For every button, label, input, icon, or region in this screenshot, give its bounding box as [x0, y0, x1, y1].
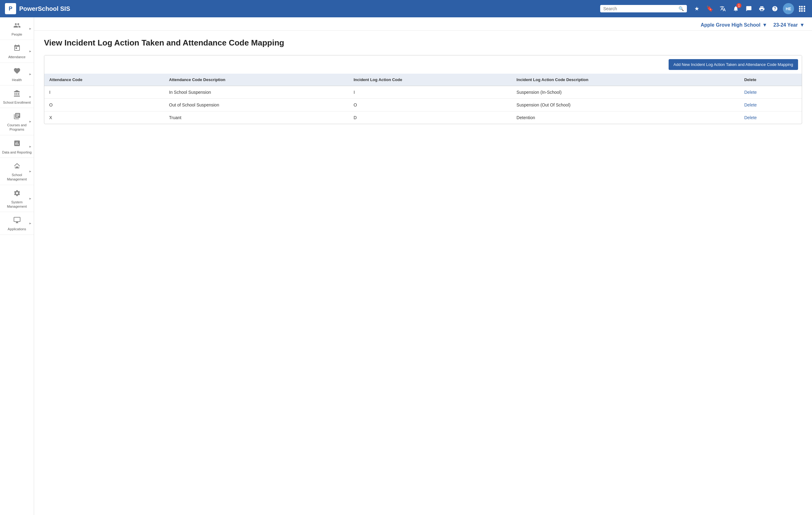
svg-point-0 — [17, 168, 17, 169]
attendance-icon — [13, 44, 21, 53]
navbar-icons: ★ 🔖 1 HE — [692, 3, 807, 14]
page-body: View Incident Log Action Taken and Atten… — [34, 31, 812, 131]
sidebar-item-school-mgmt-label: School Management — [2, 173, 32, 182]
sidebar-item-people[interactable]: People ► — [0, 17, 34, 40]
search-icon: 🔍 — [678, 6, 684, 11]
sidebar-item-data-reporting[interactable]: Data and Reporting ► — [0, 135, 34, 158]
col-header-delete: Delete — [739, 74, 802, 86]
delete-link-0[interactable]: Delete — [744, 90, 757, 95]
alert-badge: 1 — [736, 3, 742, 8]
attendance-chevron: ► — [29, 50, 32, 53]
col-header-incident-code: Incident Log Action Code — [349, 74, 512, 86]
sidebar-item-system-mgmt-label: System Management — [2, 200, 32, 209]
brand-name: PowerSchool SIS — [19, 5, 70, 12]
sidebar-item-courses-label: Courses and Programs — [2, 123, 32, 132]
add-mapping-button[interactable]: Add New Incident Log Action Taken and At… — [669, 59, 798, 70]
cell-attendance-desc-2: Truant — [164, 112, 349, 124]
enrollment-icon — [13, 90, 21, 98]
col-header-attendance-code: Attendance Code — [44, 74, 164, 86]
school-selector: Apple Grove High School ▼ 23-24 Year ▼ — [701, 22, 805, 28]
school-name-selector[interactable]: Apple Grove High School ▼ — [701, 22, 767, 28]
table-container: Add New Incident Log Action Taken and At… — [44, 55, 802, 124]
sidebar-item-health-label: Health — [12, 78, 22, 82]
favorites-icon[interactable]: ★ — [692, 4, 702, 13]
page-title: View Incident Log Action Taken and Atten… — [44, 38, 802, 48]
sidebar-item-data-label: Data and Reporting — [2, 150, 32, 154]
help-icon[interactable] — [770, 4, 780, 13]
cell-incident-desc-2: Detention — [512, 112, 739, 124]
cell-attendance-code-2: X — [44, 112, 164, 124]
delete-link-2[interactable]: Delete — [744, 115, 757, 120]
cell-delete-0[interactable]: Delete — [739, 86, 802, 99]
cell-incident-code-0: I — [349, 86, 512, 99]
health-chevron: ► — [29, 72, 32, 75]
cell-attendance-desc-1: Out of School Suspension — [164, 99, 349, 112]
top-navbar: P PowerSchool SIS 🔍 ★ 🔖 1 HE — [0, 0, 812, 17]
cell-incident-code-2: D — [349, 112, 512, 124]
avatar[interactable]: HE — [783, 3, 794, 14]
enrollment-chevron: ► — [29, 95, 32, 98]
sidebar: People ► Attendance ► Health ► School En… — [0, 17, 34, 515]
bookmark-icon[interactable]: 🔖 — [705, 4, 715, 13]
sidebar-item-people-label: People — [11, 32, 22, 36]
courses-chevron: ► — [29, 120, 32, 123]
people-icon — [13, 22, 21, 30]
school-name-chevron: ▼ — [762, 22, 767, 28]
courses-icon — [13, 112, 21, 121]
delete-link-1[interactable]: Delete — [744, 102, 757, 108]
col-header-attendance-desc: Attendance Code Description — [164, 74, 349, 86]
school-mgmt-icon — [13, 162, 21, 171]
alert-icon[interactable]: 1 — [731, 4, 741, 13]
main-layout: People ► Attendance ► Health ► School En… — [0, 17, 812, 515]
cell-delete-2[interactable]: Delete — [739, 112, 802, 124]
print-icon[interactable] — [757, 4, 767, 13]
data-chevron: ► — [29, 145, 32, 148]
main-content: Apple Grove High School ▼ 23-24 Year ▼ V… — [34, 17, 812, 515]
year-text: 23-24 Year — [773, 22, 798, 28]
sidebar-item-applications[interactable]: Applications ► — [0, 212, 34, 235]
table-header-row: Attendance Code Attendance Code Descript… — [44, 74, 802, 86]
people-chevron: ► — [29, 27, 32, 30]
cell-delete-1[interactable]: Delete — [739, 99, 802, 112]
table-body: I In School Suspension I Suspension (In-… — [44, 86, 802, 124]
cell-attendance-code-1: O — [44, 99, 164, 112]
sidebar-item-school-management[interactable]: School Management ► — [0, 158, 34, 185]
year-chevron: ▼ — [800, 22, 805, 28]
brand: P PowerSchool SIS — [5, 3, 70, 14]
message-icon[interactable] — [744, 4, 754, 13]
applications-icon — [13, 216, 21, 225]
sidebar-item-attendance[interactable]: Attendance ► — [0, 40, 34, 62]
sidebar-item-attendance-label: Attendance — [8, 55, 26, 59]
data-icon — [13, 140, 21, 148]
table-row: O Out of School Suspension O Suspension … — [44, 99, 802, 112]
system-mgmt-chevron: ► — [29, 196, 32, 200]
search-input[interactable] — [603, 6, 677, 11]
table-toolbar: Add New Incident Log Action Taken and At… — [44, 55, 802, 74]
cell-incident-code-1: O — [349, 99, 512, 112]
translate-icon[interactable] — [718, 4, 728, 13]
table-row: X Truant D Detention Delete — [44, 112, 802, 124]
cell-attendance-code-0: I — [44, 86, 164, 99]
school-name-text: Apple Grove High School — [701, 22, 761, 28]
system-mgmt-icon — [13, 189, 21, 198]
school-mgmt-chevron: ► — [29, 170, 32, 173]
mapping-table: Attendance Code Attendance Code Descript… — [44, 74, 802, 124]
brand-icon: P — [5, 3, 16, 14]
col-header-incident-desc: Incident Log Action Code Description — [512, 74, 739, 86]
applications-chevron: ► — [29, 221, 32, 225]
sidebar-item-enrollment-label: School Enrollment — [3, 100, 31, 104]
search-box[interactable]: 🔍 — [600, 5, 687, 12]
sidebar-item-school-enrollment[interactable]: School Enrollment ► — [0, 85, 34, 108]
cell-incident-desc-0: Suspension (In-School) — [512, 86, 739, 99]
year-selector[interactable]: 23-24 Year ▼ — [773, 22, 805, 28]
cell-incident-desc-1: Suspension (Out Of School) — [512, 99, 739, 112]
grid-menu-icon[interactable] — [797, 4, 807, 13]
sidebar-item-applications-label: Applications — [8, 227, 26, 231]
content-header: Apple Grove High School ▼ 23-24 Year ▼ — [34, 17, 812, 31]
sidebar-item-courses-programs[interactable]: Courses and Programs ► — [0, 108, 34, 135]
table-row: I In School Suspension I Suspension (In-… — [44, 86, 802, 99]
cell-attendance-desc-0: In School Suspension — [164, 86, 349, 99]
health-icon — [13, 67, 21, 76]
sidebar-item-system-management[interactable]: System Management ► — [0, 185, 34, 212]
sidebar-item-health[interactable]: Health ► — [0, 63, 34, 85]
